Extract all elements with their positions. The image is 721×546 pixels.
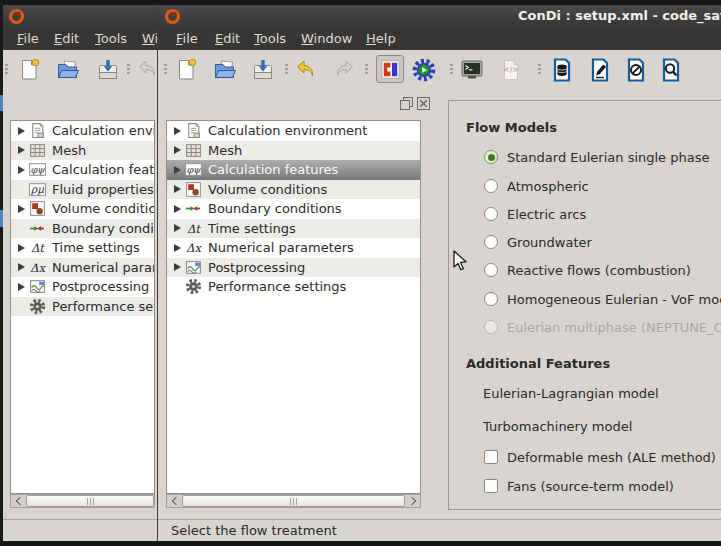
toolbar-grip[interactable]	[127, 64, 130, 76]
tree-row[interactable]: Boundary conditions	[11, 219, 154, 239]
fg-navigation-tree[interactable]: Calculation environment Mesh φψ Calculat…	[166, 120, 421, 494]
toolbar-grip[interactable]	[285, 64, 288, 76]
open-terminal-button[interactable]	[459, 57, 485, 83]
radio-label: Reactive flows (combustion)	[507, 263, 691, 278]
toolbar-grip[interactable]	[5, 64, 8, 76]
radio-homogeneous-vof[interactable]: Homogeneous Eulerian - VoF model	[484, 289, 721, 309]
tree-row[interactable]: Δt Time settings	[167, 219, 420, 239]
tree-row[interactable]: Volume conditions	[167, 180, 420, 200]
menu-window[interactable]: Window	[299, 30, 354, 48]
tree-row[interactable]: ρμ Fluid properties	[11, 180, 154, 200]
run-computation-button[interactable]	[411, 57, 437, 83]
expand-arrow-icon[interactable]	[18, 205, 25, 213]
menu-window[interactable]: Window	[140, 30, 157, 48]
radio-reactive-flows[interactable]: Reactive flows (combustion)	[484, 260, 691, 280]
expand-arrow-icon[interactable]	[174, 224, 181, 232]
view-xml-button-disabled[interactable]: </>	[498, 57, 524, 83]
radio-icon[interactable]	[484, 235, 498, 249]
expand-arrow-icon[interactable]	[174, 166, 181, 174]
runtime-status-button[interactable]	[623, 57, 649, 83]
menu-edit[interactable]: Edit	[213, 30, 242, 48]
expand-arrow-icon[interactable]	[18, 127, 25, 135]
tree-row[interactable]: Performance settings	[167, 277, 420, 297]
expand-arrow-icon[interactable]	[18, 166, 25, 174]
tree-row-label: Postprocessing	[52, 279, 149, 294]
tree-row[interactable]: Mesh	[167, 141, 420, 161]
expand-arrow-icon[interactable]	[18, 244, 25, 252]
tree-row[interactable]: Volume conditions	[11, 199, 154, 219]
radio-icon[interactable]	[484, 179, 498, 193]
tree-row[interactable]: φψ Calculation features	[11, 160, 154, 180]
menu-file[interactable]: File	[174, 30, 200, 48]
checkbox-icon[interactable]	[484, 479, 498, 493]
save-file-button[interactable]	[95, 57, 121, 83]
examine-file-button[interactable]	[658, 57, 684, 83]
radio-icon[interactable]	[484, 292, 498, 306]
expand-arrow-icon[interactable]	[174, 146, 181, 154]
menu-help[interactable]: Help	[364, 30, 398, 48]
tree-row-label: Calculation environment	[208, 123, 367, 138]
tree-row-selected[interactable]: φψ Calculation features	[167, 160, 420, 180]
radio-electric-arcs[interactable]: Electric arcs	[484, 204, 586, 224]
scroll-left-arrow[interactable]	[11, 495, 26, 507]
toolbar-grip[interactable]	[538, 64, 541, 76]
expand-arrow-icon[interactable]	[18, 263, 25, 271]
numerical-parameters-icon: Δx	[29, 259, 46, 276]
tree-row[interactable]: Δt Time settings	[11, 238, 154, 258]
radio-standard-eulerian[interactable]: Standard Eulerian single phase	[484, 147, 709, 167]
toolbar-grip[interactable]	[450, 64, 453, 76]
tree-row[interactable]: Performance settings	[11, 297, 154, 317]
tree-row[interactable]: Postprocessing	[167, 258, 420, 278]
checkbox-fans[interactable]: Fans (source-term model)	[484, 476, 674, 496]
expand-arrow-icon[interactable]	[18, 283, 25, 291]
scrollbar-handle[interactable]	[26, 495, 154, 507]
tree-row[interactable]: Mesh	[11, 141, 154, 161]
menu-edit[interactable]: Edit	[52, 30, 81, 48]
bg-tree-hscrollbar[interactable]	[10, 494, 155, 508]
expand-arrow-icon[interactable]	[174, 263, 181, 271]
toolbar-grip[interactable]	[164, 64, 167, 76]
toolbar-grip[interactable]	[365, 64, 368, 76]
save-file-button[interactable]	[250, 57, 276, 83]
undo-button-disabled[interactable]	[135, 57, 157, 83]
expand-arrow-icon[interactable]	[174, 244, 181, 252]
redo-button-disabled[interactable]	[331, 57, 357, 83]
radio-groundwater[interactable]: Groundwater	[484, 232, 592, 252]
calculation-environment-icon	[29, 122, 46, 139]
scrollbar-handle[interactable]	[182, 495, 405, 507]
checkbox-deformable-mesh[interactable]: Deformable mesh (ALE method)	[484, 447, 716, 467]
scroll-left-arrow[interactable]	[167, 495, 182, 507]
undo-button[interactable]	[293, 57, 319, 83]
expand-arrow-icon[interactable]	[174, 185, 181, 193]
tree-row[interactable]: Calculation environment	[11, 121, 154, 141]
expand-arrow-icon[interactable]	[174, 205, 181, 213]
gui-mode-toggle-button[interactable]	[376, 55, 404, 83]
menu-file[interactable]: File	[15, 30, 41, 48]
tree-row[interactable]: Δx Numerical parameters	[167, 238, 420, 258]
radio-icon[interactable]	[484, 263, 498, 277]
expand-arrow-icon[interactable]	[174, 127, 181, 135]
tree-row[interactable]: Calculation environment	[167, 121, 420, 141]
menu-tools[interactable]: Tools	[93, 30, 129, 48]
fg-tree-hscrollbar[interactable]	[166, 494, 421, 508]
tree-row[interactable]: Δx Numerical parameters	[11, 258, 154, 278]
bg-navigation-tree[interactable]: Calculation environment Mesh φψ Calculat…	[10, 120, 155, 494]
tree-row[interactable]: Boundary conditions	[167, 199, 420, 219]
radio-selected-icon[interactable]	[484, 150, 498, 164]
open-data-file-button[interactable]	[549, 57, 575, 83]
open-file-button[interactable]	[212, 57, 238, 83]
dock-close-button[interactable]	[416, 96, 431, 111]
tree-row[interactable]: Postprocessing	[11, 277, 154, 297]
open-file-button[interactable]	[55, 57, 81, 83]
checkbox-icon[interactable]	[484, 450, 498, 464]
open-editor-button[interactable]	[587, 57, 613, 83]
dock-float-button[interactable]	[399, 96, 414, 111]
new-file-button[interactable]	[16, 57, 42, 83]
tree-row-label: Volume conditions	[52, 201, 155, 216]
menu-tools[interactable]: Tools	[252, 30, 288, 48]
scroll-right-arrow[interactable]	[405, 495, 420, 507]
radio-icon[interactable]	[484, 207, 498, 221]
radio-atmospheric[interactable]: Atmospheric	[484, 176, 589, 196]
expand-arrow-icon[interactable]	[18, 146, 25, 154]
new-file-button[interactable]	[173, 57, 199, 83]
